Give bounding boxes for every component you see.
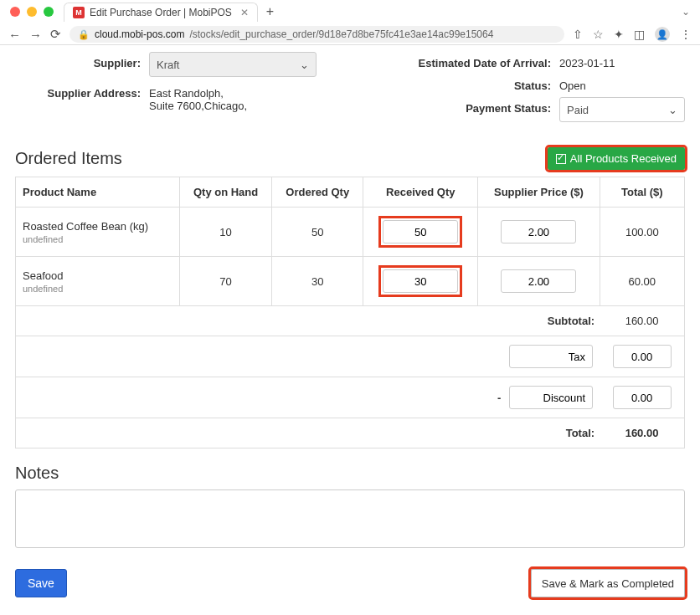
supplier-address: East Randolph, Suite 7600,Chicago,: [149, 82, 247, 112]
qoh-value: 10: [179, 208, 272, 257]
url-path: /stocks/edit_purchase_order/9d18e7d8be75…: [189, 28, 493, 40]
col-ordered-qty: Ordered Qty: [272, 177, 363, 208]
ordered-items-table: Product Name Qty on Hand Ordered Qty Rec…: [15, 177, 685, 448]
product-sub: undefined: [23, 234, 172, 244]
profile-icon[interactable]: 👤: [655, 27, 670, 42]
row-total: 60.00: [600, 257, 684, 306]
total-label: Total:: [16, 418, 600, 448]
url-domain: cloud.mobi-pos.com: [95, 28, 184, 40]
table-row: Seafood undefined 70 30 60.00: [16, 257, 685, 306]
save-button[interactable]: Save: [15, 569, 67, 597]
share-icon[interactable]: ⇧: [573, 28, 583, 41]
eta-label: Estimated Date of Arrival:: [392, 52, 559, 69]
supplier-select[interactable]: Kraft ⌄: [149, 52, 317, 77]
all-products-received-button[interactable]: All Products Received: [548, 147, 685, 170]
total-value: 160.00: [600, 418, 684, 448]
discount-label-input[interactable]: [509, 386, 593, 409]
supplier-price-input[interactable]: [501, 220, 576, 243]
window-controls[interactable]: [10, 7, 54, 17]
maximize-window-icon[interactable]: [44, 7, 54, 17]
payment-status-select[interactable]: Paid ⌄: [559, 97, 685, 122]
check-icon: [556, 154, 566, 164]
ordered-value: 30: [272, 257, 363, 306]
back-icon[interactable]: ←: [8, 28, 21, 42]
supplier-price-input[interactable]: [501, 269, 576, 293]
qoh-value: 70: [179, 257, 272, 306]
table-row: Roasted Coffee Bean (kg) undefined 10 50…: [16, 208, 685, 257]
col-total: Total ($): [600, 177, 684, 208]
row-total: 100.00: [600, 208, 684, 257]
browser-tab[interactable]: M Edit Purchase Order | MobiPOS ✕: [64, 3, 258, 22]
status-value: Open: [559, 74, 586, 92]
bookmark-icon[interactable]: ☆: [593, 28, 604, 41]
address-bar[interactable]: 🔒 cloud.mobi-pos.com/stocks/edit_purchas…: [69, 26, 564, 43]
lock-icon: 🔒: [78, 29, 90, 40]
status-label: Status:: [392, 74, 559, 92]
supplier-address-label: Supplier Address:: [15, 82, 149, 112]
received-qty-input[interactable]: [383, 269, 458, 293]
tab-overflow-icon[interactable]: ⌄: [682, 6, 690, 18]
supplier-label: Supplier:: [15, 52, 149, 77]
address-line2: Suite 7600,Chicago,: [149, 100, 247, 112]
tab-title: Edit Purchase Order | MobiPOS: [90, 7, 232, 18]
ordered-items-title: Ordered Items: [15, 149, 122, 168]
notes-textarea[interactable]: [15, 489, 685, 548]
product-name: Seafood: [23, 269, 172, 282]
payment-status-value: Paid: [567, 104, 589, 116]
payment-status-label: Payment Status:: [392, 97, 559, 122]
notes-title: Notes: [15, 464, 685, 483]
discount-value-input[interactable]: [613, 386, 672, 409]
subtotal-value: 160.00: [600, 306, 684, 336]
favicon-icon: M: [73, 7, 85, 18]
browser-chrome: M Edit Purchase Order | MobiPOS ✕ + ⌄ ← …: [0, 0, 700, 45]
supplier-value: Kraft: [157, 59, 179, 71]
product-name: Roasted Coffee Bean (kg): [23, 220, 172, 233]
col-supplier-price: Supplier Price ($): [478, 177, 600, 208]
discount-minus: -: [497, 392, 501, 404]
new-tab-icon[interactable]: +: [266, 4, 274, 19]
tax-label-input[interactable]: [509, 345, 593, 368]
address-line1: East Randolph,: [149, 87, 247, 100]
product-sub: undefined: [23, 284, 172, 294]
reload-icon[interactable]: ⟳: [50, 27, 61, 42]
close-tab-icon[interactable]: ✕: [240, 7, 249, 18]
forward-icon[interactable]: →: [29, 28, 42, 42]
tax-value-input[interactable]: [613, 345, 672, 368]
menu-icon[interactable]: ⋮: [680, 28, 692, 41]
eta-value: 2023-01-11: [559, 52, 615, 69]
received-qty-input[interactable]: [383, 220, 458, 243]
save-mark-completed-button[interactable]: Save & Mark as Completed: [531, 569, 685, 597]
panel-icon[interactable]: ◫: [634, 28, 645, 41]
extensions-icon[interactable]: ✦: [614, 28, 624, 41]
col-product-name: Product Name: [16, 177, 180, 208]
col-received-qty: Received Qty: [363, 177, 478, 208]
minimize-window-icon[interactable]: [27, 7, 37, 17]
col-qty-on-hand: Qty on Hand: [179, 177, 272, 208]
chevron-down-icon: ⌄: [300, 59, 309, 71]
ordered-value: 50: [272, 208, 363, 257]
close-window-icon[interactable]: [10, 7, 20, 17]
all-products-received-label: All Products Received: [570, 152, 677, 165]
subtotal-label: Subtotal:: [16, 306, 600, 336]
chevron-down-icon: ⌄: [668, 104, 677, 116]
